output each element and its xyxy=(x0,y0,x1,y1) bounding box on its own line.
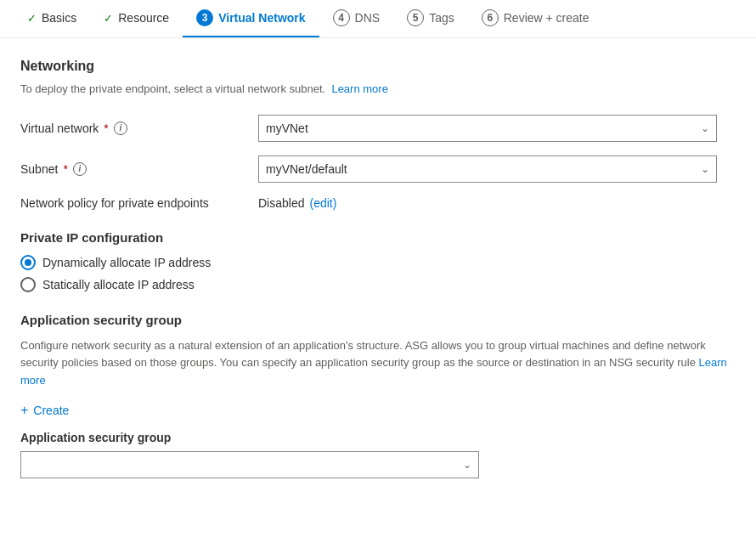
main-content: Networking To deploy the private endpoin… xyxy=(0,38,756,499)
network-policy-value: Disabled xyxy=(258,196,304,210)
tab-resource[interactable]: ✓ Resource xyxy=(90,0,183,37)
asg-select[interactable]: ⌄ xyxy=(20,451,479,478)
subnet-label: Subnet * i xyxy=(20,162,258,176)
asg-create-label: Create xyxy=(33,404,69,417)
resource-check-icon: ✓ xyxy=(104,12,113,25)
private-ip-section-title: Private IP configuration xyxy=(20,230,736,245)
asg-create-button[interactable]: + Create xyxy=(20,404,69,417)
dynamic-ip-radio-button[interactable] xyxy=(20,255,36,270)
subnet-value: myVNet/default xyxy=(266,162,347,176)
virtual-network-label: Virtual network * i xyxy=(20,122,258,135)
tab-review-create[interactable]: 6 Review + create xyxy=(468,0,603,37)
virtual-network-chevron-icon: ⌄ xyxy=(701,122,709,134)
asg-description: Configure network security as a natural … xyxy=(20,337,736,390)
networking-section-title: Networking xyxy=(20,59,736,74)
subnet-required: * xyxy=(63,162,67,176)
tags-tab-number: 5 xyxy=(407,9,424,26)
tab-virtual-network-label: Virtual Network xyxy=(218,11,305,25)
dynamic-ip-radio-item[interactable]: Dynamically allocate IP address xyxy=(20,255,736,270)
tab-basics-label: Basics xyxy=(42,11,76,25)
asg-chevron-icon: ⌄ xyxy=(463,459,471,471)
tab-tags[interactable]: 5 Tags xyxy=(393,0,468,37)
virtual-network-value: myVNet xyxy=(266,122,308,135)
tab-review-create-label: Review + create xyxy=(504,11,590,25)
wizard-tab-bar: ✓ Basics ✓ Resource 3 Virtual Network 4 … xyxy=(0,0,756,38)
virtual-network-tab-number: 3 xyxy=(196,9,213,26)
networking-learn-more-link[interactable]: Learn more xyxy=(331,82,387,95)
tab-dns-label: DNS xyxy=(355,11,381,25)
subnet-chevron-icon: ⌄ xyxy=(701,163,709,175)
subnet-control: myVNet/default ⌄ xyxy=(258,155,717,183)
static-ip-radio-button[interactable] xyxy=(20,277,36,292)
tab-tags-label: Tags xyxy=(429,11,454,25)
subnet-select[interactable]: myVNet/default ⌄ xyxy=(258,155,717,183)
tab-dns[interactable]: 4 DNS xyxy=(319,0,394,37)
virtual-network-control: myVNet ⌄ xyxy=(258,115,717,142)
virtual-network-required: * xyxy=(104,122,108,135)
dynamic-ip-radio-inner xyxy=(25,259,31,266)
networking-description: To deploy the private endpoint, select a… xyxy=(20,81,736,98)
virtual-network-info-icon[interactable]: i xyxy=(114,122,127,135)
tab-resource-label: Resource xyxy=(118,11,169,25)
asg-field-label: Application security group xyxy=(20,431,736,444)
tab-virtual-network[interactable]: 3 Virtual Network xyxy=(183,0,319,37)
tab-basics[interactable]: ✓ Basics xyxy=(14,0,90,37)
dynamic-ip-label: Dynamically allocate IP address xyxy=(42,256,211,269)
network-policy-label: Network policy for private endpoints xyxy=(20,196,258,210)
review-tab-number: 6 xyxy=(482,9,499,26)
ip-allocation-radio-group: Dynamically allocate IP address Statical… xyxy=(20,255,736,292)
network-policy-edit-link[interactable]: (edit) xyxy=(309,196,336,210)
dns-tab-number: 4 xyxy=(333,9,350,26)
static-ip-label: Statically allocate IP address xyxy=(42,278,195,291)
virtual-network-row: Virtual network * i myVNet ⌄ xyxy=(20,115,736,142)
virtual-network-select[interactable]: myVNet ⌄ xyxy=(258,115,717,142)
network-policy-value-group: Disabled (edit) xyxy=(258,196,336,210)
asg-section-title: Application security group xyxy=(20,313,736,327)
subnet-row: Subnet * i myVNet/default ⌄ xyxy=(20,155,736,183)
plus-icon: + xyxy=(20,404,28,417)
subnet-info-icon[interactable]: i xyxy=(73,162,87,176)
network-policy-row: Network policy for private endpoints Dis… xyxy=(20,196,736,210)
basics-check-icon: ✓ xyxy=(27,12,37,25)
static-ip-radio-item[interactable]: Statically allocate IP address xyxy=(20,277,736,292)
